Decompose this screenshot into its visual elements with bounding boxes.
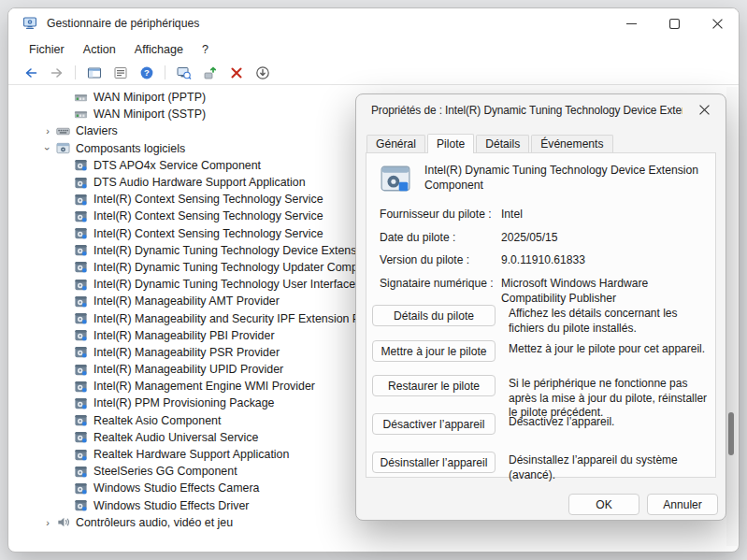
properties-icon[interactable] — [112, 65, 128, 80]
tree-item-label: Windows Studio Effects Driver — [93, 499, 249, 512]
toolbar-separator — [75, 65, 76, 79]
software-component-icon — [74, 278, 88, 292]
roll-back-driver-button[interactable]: Restaurer le pilote — [372, 375, 496, 396]
software-component-icon — [74, 226, 88, 240]
tree-item-label: Windows Studio Effects Camera — [93, 481, 259, 495]
field-row: Date du pilote : 2025/05/15 — [380, 231, 708, 246]
driver-details-button[interactable]: Détails du pilote — [372, 305, 496, 326]
software-component-icon — [74, 396, 88, 410]
ok-button[interactable]: OK — [568, 494, 639, 515]
keyboard-icon — [56, 124, 70, 138]
dialog-titlebar[interactable]: Propriétés de : Intel(R) Dynamic Tuning … — [356, 94, 725, 125]
dialog-title: Propriétés de : Intel(R) Dynamic Tuning … — [371, 104, 682, 117]
software-component-icon — [74, 465, 88, 479]
software-component-icon — [74, 176, 88, 190]
dialog-tabs: Général Pilote Détails Événements — [366, 134, 615, 152]
tree-item-label: Intel(R) Dynamic Tuning Technology Devic… — [93, 244, 372, 257]
software-component-icon — [74, 193, 88, 207]
tree-item-label: Intel(R) Manageability PBI Provider — [93, 329, 275, 342]
field-label: Version du pilote : — [380, 253, 501, 268]
tree-item-label: Intel(R) Context Sensing Technology Serv… — [93, 193, 323, 206]
driver-fields: Fournisseur du pilote : Intel Date du pi… — [380, 208, 708, 315]
menu-aide[interactable]: ? — [193, 41, 218, 58]
tab-general[interactable]: Général — [366, 135, 425, 152]
field-row: Fournisseur du pilote : Intel — [380, 208, 708, 223]
menu-fichier[interactable]: Fichier — [20, 41, 74, 58]
maximize-icon[interactable] — [653, 8, 696, 38]
software-component-icon — [74, 158, 88, 172]
chevron-right-icon[interactable]: › — [42, 517, 53, 528]
close-icon[interactable] — [682, 94, 725, 124]
back-icon[interactable] — [22, 65, 38, 80]
menubar: Fichier Action Affichage ? — [8, 38, 739, 61]
window-controls — [610, 8, 739, 38]
action-row: Détails du pilote Affichez les détails c… — [372, 305, 708, 336]
action-row: Désactiver l’appareil Désactivez l’appar… — [372, 413, 708, 435]
update-driver-icon[interactable] — [202, 65, 218, 80]
forward-icon[interactable] — [49, 65, 65, 80]
field-label: Signataire numérique : — [380, 277, 501, 306]
software-component-icon — [74, 328, 88, 342]
tab-evenements[interactable]: Événements — [531, 135, 612, 152]
tree-item-label: Intel(R) Manageability PSR Provider — [93, 346, 280, 359]
menu-action[interactable]: Action — [74, 41, 125, 58]
chevron-down-icon[interactable]: › — [42, 143, 53, 154]
uninstall-device-icon[interactable] — [228, 65, 244, 80]
software-component-icon — [74, 448, 88, 462]
update-driver-button[interactable]: Mettre à jour le pilote — [372, 340, 496, 362]
field-label: Date du pilote : — [380, 231, 501, 246]
action-description: Désactivez l’appareil. — [509, 413, 614, 430]
field-row: Version du pilote : 9.0.11910.61833 — [380, 253, 708, 268]
scan-hardware-changes-icon[interactable] — [176, 65, 192, 80]
chevron-right-icon[interactable]: › — [42, 125, 53, 136]
help-icon[interactable] — [138, 65, 154, 80]
disable-device-button[interactable]: Désactiver l’appareil — [372, 413, 496, 435]
tree-item-label: Intel(R) Manageability and Security IPF … — [93, 312, 395, 325]
tree-item-label: SteelSeries GG Component — [93, 465, 237, 478]
close-icon[interactable] — [696, 8, 739, 38]
device-header: Intel(R) Dynamic Tuning Technology Devic… — [380, 163, 706, 194]
tree-item-label: Intel(R) Context Sensing Technology Serv… — [93, 209, 323, 223]
action-row: Mettre à jour le pilote Mettez à jour le… — [372, 340, 708, 362]
toolbar — [8, 61, 739, 85]
device-manager-app-icon — [22, 16, 37, 31]
show-console-tree-icon[interactable] — [86, 65, 102, 80]
titlebar[interactable]: Gestionnaire de périphériques — [8, 8, 739, 38]
software-component-icon — [74, 260, 88, 274]
cancel-button[interactable]: Annuler — [647, 494, 718, 515]
tree-item-label: WAN Miniport (SSTP) — [93, 108, 206, 121]
device-name: Intel(R) Dynamic Tuning Technology Devic… — [424, 163, 705, 194]
uninstall-device-button[interactable]: Désinstaller l’appareil — [372, 452, 496, 473]
tree-item-label: Composants logiciels — [76, 142, 185, 155]
software-component-icon — [74, 380, 88, 394]
software-component-icon — [74, 311, 88, 325]
menu-affichage[interactable]: Affichage — [125, 41, 193, 58]
software-component-icon — [74, 363, 88, 377]
tree-item-label: DTS APO4x Service Component — [93, 159, 261, 172]
tree-scrollbar[interactable] — [726, 87, 738, 546]
network-adapter-icon — [74, 91, 88, 105]
desktop: Gestionnaire de périphériques Fichier Ac… — [0, 0, 747, 560]
disable-device-icon[interactable] — [254, 65, 270, 80]
field-value: 9.0.11910.61833 — [501, 253, 585, 268]
tree-item-label: Intel(R) Dynamic Tuning Technology Updat… — [93, 261, 387, 274]
tree-item-label: Contrôleurs audio, vidéo et jeu — [76, 516, 233, 529]
tree-item-label: Realtek Asio Component — [93, 414, 221, 427]
scrollbar-thumb[interactable] — [728, 412, 734, 455]
minimize-icon[interactable] — [610, 8, 653, 38]
software-component-icon — [74, 345, 88, 359]
tab-details[interactable]: Détails — [476, 135, 529, 152]
field-label: Fournisseur du pilote : — [380, 208, 501, 223]
driver-tab-page: Intel(R) Dynamic Tuning Technology Devic… — [366, 152, 716, 478]
software-component-icon — [74, 481, 88, 495]
tree-item-label: Realtek Audio Universal Service — [93, 431, 258, 444]
action-description: Désinstallez l’appareil du système (avan… — [509, 452, 708, 482]
tree-item-label: Claviers — [76, 124, 118, 137]
tree-item-label: DTS Audio Hardware Support Application — [93, 176, 306, 189]
tree-item-label: Intel(R) Manageability UPID Provider — [93, 363, 283, 376]
field-value: Microsoft Windows Hardware Compatibility… — [501, 277, 708, 306]
tab-pilote[interactable]: Pilote — [427, 134, 474, 153]
tree-item-label: Intel(R) Management Engine WMI Provider — [93, 380, 315, 393]
software-component-icon — [380, 163, 411, 194]
action-description: Affichez les détails concernant les fich… — [509, 305, 708, 336]
